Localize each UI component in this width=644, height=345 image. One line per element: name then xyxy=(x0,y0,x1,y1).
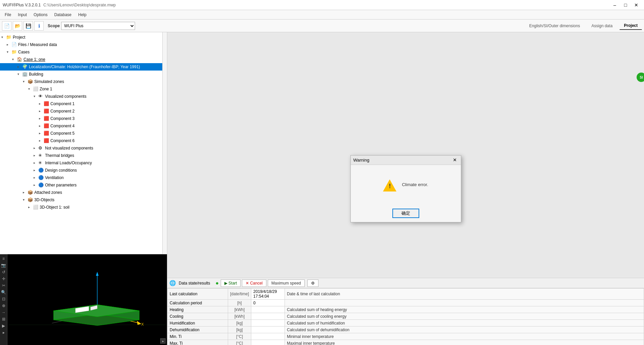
tree-node-icon: 🔵 xyxy=(38,175,44,181)
tree-expander: ▸ xyxy=(34,167,38,173)
tree-expander: ▸ xyxy=(23,189,28,196)
file-path: C:\Users\Lenovo\Desktop\desprate.mwp xyxy=(43,3,116,7)
dialog-close-button[interactable]: ✕ xyxy=(452,157,458,163)
tree-node-icon: 🟥 xyxy=(44,138,50,144)
tree-scrollbar[interactable] xyxy=(162,32,167,254)
tree-expander: ▸ xyxy=(39,123,44,129)
tree-node-icon: ⬜ xyxy=(33,204,39,210)
save-button[interactable]: 💾 xyxy=(24,21,33,31)
tree-node-comp3[interactable]: ▸🟥Component 3 xyxy=(0,115,167,122)
tree-node-comp5[interactable]: ▸🟥Component 5 xyxy=(0,130,167,137)
vp-tool-play[interactable]: ▶ xyxy=(1,323,7,329)
tree-node-icon: 📄 xyxy=(11,42,17,48)
tree-node-project[interactable]: ▾📁Project xyxy=(0,34,167,41)
vp-tool-arrow[interactable]: → xyxy=(1,309,7,315)
tree-node-notvis[interactable]: ▸⚙Not visualized components xyxy=(0,144,167,152)
menu-database[interactable]: Database xyxy=(51,11,75,18)
vp-tool-zoom[interactable]: 🔍 xyxy=(1,289,7,295)
dialog-footer: 确定 xyxy=(351,205,461,222)
menu-help[interactable]: Help xyxy=(75,11,90,18)
tree-node-label: Zone 1 xyxy=(40,86,52,92)
tree-node-icon: 🟥 xyxy=(44,123,50,129)
tree-expander: ▾ xyxy=(28,86,33,92)
vp-tool-rotate[interactable]: ↺ xyxy=(1,269,7,275)
tree-node-internal[interactable]: ▸✳Internal Loads/Occupancy xyxy=(0,159,167,167)
tree-node-icon: 🏠 xyxy=(17,56,23,62)
right-panel: SI Warning ✕ Climate error. 确定 xyxy=(167,32,644,345)
tree-node-label: Localization/Climate: Holzkirchen (Fraun… xyxy=(29,64,140,70)
tree-node-label: Component 2 xyxy=(50,108,75,114)
tree-node-building[interactable]: ▾🏢Building xyxy=(0,71,167,78)
vp-tool-expand[interactable]: ▸ xyxy=(1,330,7,336)
tree-expander: ▾ xyxy=(34,93,38,99)
scope-dropdown[interactable]: WUFI Plus xyxy=(61,22,135,30)
tree-expander: ▸ xyxy=(34,153,38,159)
tab-assign[interactable]: Assign data xyxy=(587,22,617,30)
toolbar-right-tabs: English/SI/Outer dimensions Assign data … xyxy=(525,21,642,30)
tree-node-ventilation[interactable]: ▸🔵Ventilation xyxy=(0,174,167,181)
vp-tool-cut[interactable]: ✂ xyxy=(1,283,7,289)
vp-tool-pan[interactable]: ✛ xyxy=(1,276,7,282)
tree-expander: ▾ xyxy=(12,56,17,62)
tree-node-zone1[interactable]: ▾⬜Zone 1 xyxy=(0,85,167,93)
minimize-button[interactable]: – xyxy=(610,2,620,8)
dialog-ok-button[interactable]: 确定 xyxy=(392,209,419,218)
tree-node-cases[interactable]: ▾📁Cases xyxy=(0,48,167,56)
tree-node-label: Cases xyxy=(18,49,30,55)
tree-expander: ▸ xyxy=(34,160,38,166)
left-panel: ▾📁Project▸📄Files / Measured data▾📁Cases▾… xyxy=(0,32,167,345)
tree-scroll[interactable]: ▾📁Project▸📄Files / Measured data▾📁Cases▾… xyxy=(0,32,167,254)
tree-node-label: Component 1 xyxy=(50,101,75,107)
svg-rect-0 xyxy=(8,254,166,345)
tree-node-case1[interactable]: ▾🏠Case 1: one xyxy=(0,56,167,63)
tree-node-comp6[interactable]: ▸🟥Component 6 xyxy=(0,137,167,144)
info-button[interactable]: ℹ xyxy=(34,21,44,31)
maximize-button[interactable]: □ xyxy=(620,2,631,8)
vp-tool-camera[interactable]: 📷 xyxy=(1,262,7,268)
tree-node-label: Case 1: one xyxy=(24,56,45,62)
tab-project[interactable]: Project xyxy=(619,21,642,30)
tree-node-icon: ⬜ xyxy=(33,86,39,92)
vp-tool-fit[interactable]: ⊡ xyxy=(1,296,7,302)
dialog-titlebar: Warning ✕ xyxy=(351,156,461,165)
tree-expander: ▸ xyxy=(39,138,44,144)
tree-node-icon: 📦 xyxy=(28,189,34,196)
tree-node-soil[interactable]: ▸⬜3D-Object 1: soil xyxy=(0,204,167,211)
app-title: WUFI®Plus V.3.2.0.1 xyxy=(3,3,41,7)
tree-node-otherparams[interactable]: ▸🔵Other parameters xyxy=(0,181,167,189)
tree-node-label: Internal Loads/Occupancy xyxy=(45,160,92,166)
tree-expander: ▸ xyxy=(39,101,44,107)
tree-node-localization[interactable]: ▸🌍Localization/Climate: Holzkirchen (Fra… xyxy=(0,63,167,71)
tree-node-files[interactable]: ▸📄Files / Measured data xyxy=(0,41,167,48)
dialog-title: Warning xyxy=(353,158,370,163)
tree-node-comp2[interactable]: ▸🟥Component 2 xyxy=(0,107,167,115)
tree-expander: ▾ xyxy=(1,34,6,40)
tree-expander: ▾ xyxy=(23,79,28,85)
tree-node-thermal[interactable]: ▸✳Thermal bridges xyxy=(0,152,167,159)
tree-node-design[interactable]: ▸🔵Design conditions xyxy=(0,167,167,174)
tree-expander: ▸ xyxy=(34,145,38,151)
tree-node-attached[interactable]: ▸📦Attached zones xyxy=(0,189,167,196)
vp-tool-menu[interactable]: ≡ xyxy=(1,256,7,262)
close-button[interactable]: ✕ xyxy=(631,2,641,8)
tree-node-comp1[interactable]: ▸🟥Component 1 xyxy=(0,100,167,107)
viewport-expand-button[interactable]: ▸ xyxy=(160,338,166,344)
tree-node-comp4[interactable]: ▸🟥Component 4 xyxy=(0,122,167,130)
tab-english[interactable]: English/SI/Outer dimensions xyxy=(525,22,584,30)
tree-node-viscomp[interactable]: ▾👁Visualized components xyxy=(0,93,167,100)
tree-node-label: Files / Measured data xyxy=(18,42,57,48)
menu-options[interactable]: Options xyxy=(30,11,51,18)
new-button[interactable]: 📄 xyxy=(2,21,11,31)
tree-expander: ▸ xyxy=(39,108,44,114)
tree-expander: ▾ xyxy=(23,197,28,203)
open-button[interactable]: 📂 xyxy=(13,21,22,31)
tree-node-simzones[interactable]: ▾📦Simulated zones xyxy=(0,78,167,85)
vp-tool-grid[interactable]: ⊞ xyxy=(1,316,7,322)
warning-icon xyxy=(383,178,396,191)
tree-expander: ▸ xyxy=(39,130,44,136)
menu-input[interactable]: Input xyxy=(14,11,30,18)
menu-file[interactable]: File xyxy=(1,11,14,18)
vp-tool-add[interactable]: ⊕ xyxy=(1,303,7,309)
tree-node-label: Component 4 xyxy=(50,123,75,129)
tree-node-3dobjects[interactable]: ▾📦3D-Objects xyxy=(0,196,167,204)
